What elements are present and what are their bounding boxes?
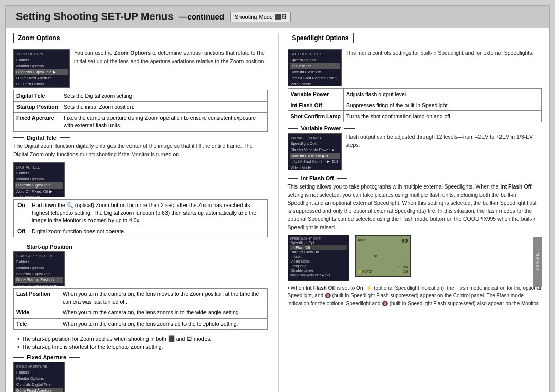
fixed-aperture-screen: FIXED APERTURE Folders Monitor Options C… (13, 362, 65, 392)
header-continued: —continued (179, 12, 224, 21)
option-label: Fixed Aperture (14, 113, 61, 131)
menus-tab: Menus (533, 237, 542, 287)
speedlight-options-table: Variable Power Adjusts flash output leve… (288, 88, 542, 122)
table-row: Variable Power Adjusts flash output leve… (288, 89, 542, 100)
zoom-options-table: Digital Tele Sets the Digital zoom setti… (13, 90, 268, 132)
speedlight-options-screen: SPEEDLIGHT OPT. Speedlight Opt. Int Flas… (288, 49, 342, 86)
badge-icons: ⬛🖼 (275, 14, 286, 20)
option-desc: Fixes the camera aperture during Zoom op… (61, 113, 267, 131)
zoom-options-screen: ZOOM OPTIONS Folders Monitor Options Con… (13, 49, 70, 88)
table-row: Off Digital zoom function does not opera… (14, 226, 268, 237)
digital-tele-table: On Hod down the 🔍 (optical) Zoom button … (13, 199, 268, 237)
digital-tele-block: DIGITAL TELE Folders Monitor Options Con… (13, 162, 268, 240)
table-row: Shot Confirm Lamp Turns the shot confirm… (288, 111, 542, 122)
variable-power-block: VARIABLE POWER Speedlight Opt. Shutter V… (288, 133, 542, 172)
option-label: Digital Tele (14, 90, 61, 102)
badge-label: Shooting Mode (235, 14, 273, 20)
table-row: Last Position When you turn the camera o… (14, 289, 268, 307)
table-row: Fixed Aperture Fixes the camera aperture… (14, 113, 268, 131)
digital-tele-screen: DIGITAL TELE Folders Monitor Options Con… (13, 162, 65, 197)
list-item: The start-up position for Zoom applies w… (17, 335, 268, 343)
int-flash-text: This setting allows you to take photogra… (288, 183, 542, 232)
on-desc: Hod down the 🔍 (optical) Zoom button for… (29, 200, 268, 226)
option-label: Startup Position (14, 101, 61, 113)
page-header: Setting Shooting SET-UP Menus —continued… (6, 6, 549, 28)
table-row: Digital Tele Sets the Digital zoom setti… (14, 90, 268, 102)
table-row: Tele When you turn the camera on, the le… (14, 319, 268, 330)
startup-bullets: The start-up position for Zoom applies w… (13, 335, 268, 351)
table-row: Wide When you turn the camera on, the le… (14, 307, 268, 319)
left-column: Zoom Options ZOOM OPTIONS Folders Monito… (13, 33, 268, 392)
speedlight-options-header: Speedlight Options (288, 33, 354, 43)
table-row: Startup Position Sets the initial Zoom p… (14, 101, 268, 113)
option-label: Last Position (14, 289, 60, 307)
fixed-aperture-block: FIXED APERTURE Folders Monitor Options C… (13, 362, 268, 392)
option-label: Shot Confirm Lamp (288, 111, 343, 122)
off-label: Off (14, 226, 29, 237)
option-label: Tele (14, 319, 60, 330)
int-flash-note: • When Int Flash Off is set to On, ⚡ (op… (288, 284, 542, 307)
int-flash-title: Int Flash Off (301, 175, 334, 181)
option-desc: Sets the Digital zoom setting. (61, 90, 267, 102)
startup-position-title: Start-up Position (27, 244, 72, 250)
table-row: Int Flash Off Suppresses firing of the b… (288, 100, 542, 111)
digital-tele-intro: The Digital zoom function digitally enla… (13, 142, 268, 159)
variable-power-header: Variable Power (288, 125, 542, 132)
page: Setting Shooting SET-UP Menus —continued… (5, 5, 550, 392)
off-desc: Digital zoom function does not operate. (29, 226, 268, 237)
int-flash-header: Int Flash Off (288, 175, 542, 181)
speedlight-intro-block: SPEEDLIGHT OPT. Speedlight Opt. Int Flas… (288, 49, 542, 88)
speedlight-large-block: SPEEDLIGHT OPT. Speedlight Opt. Int Flas… (288, 235, 542, 281)
option-desc: Sets the initial Zoom position. (61, 101, 267, 113)
main-content: Zoom Options ZOOM OPTIONS Folders Monito… (6, 28, 549, 392)
startup-position-header: Start-up Position (13, 244, 268, 250)
camera-lcd-screen: 60 AUTO 19 ⚡AUTO ⊕ SLOW (355, 235, 411, 277)
list-item: The start-up time is shortest for the te… (17, 343, 268, 351)
option-label: Variable Power (288, 89, 343, 100)
option-label: Wide (14, 307, 60, 319)
zoom-options-header: Zoom Options (13, 33, 64, 43)
shooting-mode-badge: Shooting Mode ⬛🖼 (230, 12, 291, 22)
option-desc: Adjusts flash output level. (343, 89, 541, 100)
speedlight-camera-screen: SPEEDLIGHT OPT. Speedlight Opt. Int Flas… (288, 235, 349, 281)
variable-power-title: Variable Power (301, 125, 341, 132)
zoom-intro-block: ZOOM OPTIONS Folders Monitor Options Con… (13, 49, 268, 90)
header-title: Setting Shooting SET-UP Menus (16, 11, 173, 23)
option-desc: Turns the shot confirmation lamp on and … (343, 111, 541, 122)
fixed-aperture-header: Fixed Aperture (13, 354, 268, 360)
table-row: On Hod down the 🔍 (optical) Zoom button … (14, 200, 268, 226)
right-column: Speedlight Options SPEEDLIGHT OPT. Speed… (278, 33, 542, 392)
option-label: Int Flash Off (288, 100, 343, 111)
option-desc: Suppresses firing of the built-in Speedl… (343, 100, 541, 111)
option-desc: When you turn the camera on, the lens zo… (60, 319, 268, 330)
option-desc: When you turn the camera on, the lens mo… (60, 289, 268, 307)
option-desc: When you turn the camera on, the lens zo… (60, 307, 268, 319)
digital-tele-header: Digital Tele (13, 135, 268, 141)
startup-position-block: START-UP POSITION Folders Monitor Option… (13, 251, 268, 333)
startup-table: Last Position When you turn the camera o… (13, 288, 268, 330)
fixed-aperture-title: Fixed Aperture (27, 354, 66, 360)
startup-position-screen: START-UP POSITION Folders Monitor Option… (13, 251, 65, 286)
digital-tele-title: Digital Tele (27, 135, 57, 141)
variable-power-screen: VARIABLE POWER Speedlight Opt. Shutter V… (288, 133, 342, 170)
on-label: On (14, 200, 29, 226)
camera-lcd-block: 60 AUTO 19 ⚡AUTO ⊕ SLOW (355, 235, 416, 281)
